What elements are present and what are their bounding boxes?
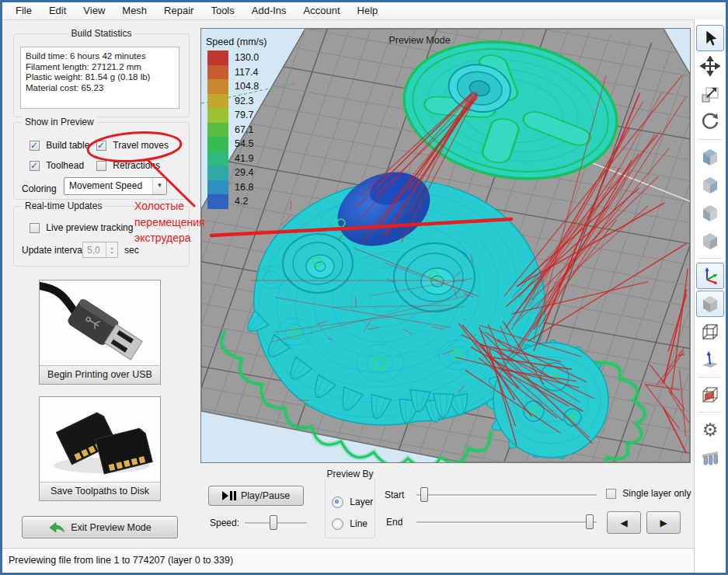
cursor-icon (701, 29, 719, 47)
model-eye-right (394, 243, 475, 312)
menu-view[interactable]: View (75, 2, 113, 19)
legend-swatch (207, 194, 228, 209)
single-layer-checkbox[interactable] (606, 489, 616, 499)
menu-file[interactable]: File (7, 2, 40, 19)
gear-icon: ⚙ (702, 421, 719, 439)
surface-normal-view[interactable] (696, 347, 724, 373)
right-arrow-icon: ▶ (660, 518, 667, 528)
next-layer-button[interactable]: ▶ (646, 511, 681, 534)
checkbox-single-layer[interactable]: Single layer only (606, 488, 691, 500)
model-eye-left (283, 234, 353, 293)
menu-add-ins[interactable]: Add-Ins (243, 2, 295, 19)
select-tool[interactable] (696, 25, 724, 51)
build-table-checkbox[interactable] (30, 141, 40, 151)
radio-layer[interactable]: Layer (332, 497, 373, 509)
toolbar-separator (698, 258, 722, 259)
checkbox-toolhead[interactable]: Toolhead (30, 160, 84, 172)
start-slider-thumb[interactable] (420, 487, 428, 502)
exit-button-label: Exit Preview Mode (71, 522, 152, 533)
save-toolpaths-button[interactable]: Save Toolpaths to Disk (39, 396, 161, 501)
speed-slider-thumb[interactable] (270, 515, 277, 530)
legend-swatch (207, 65, 228, 80)
preview-3d-viewport[interactable]: Preview Mode Speed (mm/s) 130.0 117.4 10… (200, 28, 691, 463)
checkbox-live-preview[interactable]: Live preview tracking (30, 222, 133, 235)
layer-radio[interactable] (332, 497, 343, 508)
legend-value: 117.4 (235, 67, 258, 78)
chevron-down-icon[interactable]: ▼ (152, 178, 166, 194)
realtime-updates-title: Real-time Updates (22, 200, 105, 211)
play-pause-button[interactable]: Play/Pause (208, 486, 304, 506)
checkbox-retractions[interactable]: Retractions (96, 160, 160, 172)
menu-account[interactable]: Account (295, 2, 349, 19)
view-cube-icon (700, 147, 720, 167)
stat-plastic-weight: Plastic weight: 81.54 g (0.18 lb) (26, 72, 174, 83)
legend-swatch (207, 166, 228, 180)
exit-preview-mode-button[interactable]: Exit Preview Mode (22, 516, 178, 538)
layer-label: Layer (350, 497, 373, 507)
update-interval-spinner[interactable]: 5,0 ▲▼ (82, 242, 118, 258)
coordinate-axes-view[interactable] (696, 263, 724, 289)
legend-value: 79.7 (235, 110, 253, 120)
show-in-preview-group: Show in Preview Build table Travel moves… (13, 122, 190, 200)
menu-bar: File Edit View Mesh Repair Tools Add-Ins… (2, 2, 726, 20)
scale-tool[interactable] (696, 81, 724, 107)
coloring-dropdown[interactable]: Movement Speed ▼ (64, 177, 167, 195)
menu-tools[interactable]: Tools (202, 2, 242, 19)
rotate-arrows-icon (700, 112, 720, 132)
end-slider-thumb[interactable] (586, 514, 594, 529)
wireframe-render-mode[interactable] (696, 319, 724, 345)
retractions-label: Retractions (113, 160, 160, 171)
view-preset-cube-2[interactable] (696, 172, 724, 198)
rotate-tool[interactable] (696, 109, 724, 135)
preview-by-title: Preview By (323, 469, 376, 479)
view-preset-cube-1[interactable] (696, 144, 724, 170)
right-toolbar: ⚙ (694, 19, 726, 573)
speed-slider[interactable] (245, 515, 307, 531)
menu-edit[interactable]: Edit (40, 2, 75, 19)
legend-value: 29.4 (235, 167, 253, 178)
spinner-arrows-icon[interactable]: ▲▼ (106, 242, 117, 257)
support-structures-tool[interactable] (696, 444, 724, 471)
solid-render-mode[interactable] (696, 291, 724, 317)
menu-repair[interactable]: Repair (155, 2, 202, 19)
legend-value: 4.2 (235, 196, 248, 207)
begin-printing-usb-button[interactable]: Begin Printing over USB (39, 280, 161, 385)
single-layer-label: Single layer only (622, 488, 691, 499)
legend-value: 130.0 (235, 52, 259, 63)
settings-tool[interactable]: ⚙ (696, 416, 724, 443)
checkbox-travel-moves[interactable]: Travel moves (96, 140, 169, 152)
menu-mesh[interactable]: Mesh (113, 2, 155, 19)
build-statistics-box: Build time: 6 hours 42 minutes Filament … (20, 47, 179, 109)
toolhead-checkbox[interactable] (30, 161, 40, 171)
end-label: End (386, 514, 402, 530)
left-arrow-icon: ◀ (620, 518, 627, 528)
wireframe-cube-icon (700, 322, 720, 342)
legend-value: 67.1 (235, 124, 253, 135)
travel-moves-checkbox[interactable] (96, 141, 106, 151)
cross-section-tool[interactable] (696, 382, 724, 408)
preview-mode-label: Preview Mode (388, 35, 450, 46)
line-radio[interactable] (332, 518, 343, 530)
status-bar: Previewing file from line 1 to 774207 (l… (2, 548, 694, 573)
preview-by-group: Preview By Layer Line (325, 474, 375, 538)
radio-line[interactable]: Line (332, 518, 367, 531)
live-preview-checkbox[interactable] (30, 223, 40, 233)
move-tool[interactable] (696, 53, 724, 79)
checkbox-build-table[interactable]: Build table (30, 140, 89, 152)
previous-layer-button[interactable]: ◀ (607, 511, 641, 534)
retractions-checkbox[interactable] (96, 161, 106, 171)
view-preset-cube-3[interactable] (696, 200, 724, 226)
xyz-axes-icon (700, 266, 720, 286)
start-label: Start (385, 487, 404, 503)
line-label: Line (350, 518, 367, 529)
end-slider[interactable] (416, 514, 597, 530)
legend-value: 104.8 (235, 81, 259, 92)
start-slider[interactable] (416, 487, 597, 503)
legend-value: 16.8 (235, 182, 253, 193)
view-preset-cube-4[interactable] (696, 228, 724, 254)
menu-help[interactable]: Help (349, 2, 387, 19)
legend-swatch (207, 123, 228, 138)
normal-arrow-icon (700, 350, 720, 370)
legend-swatch (207, 152, 228, 166)
view-cube-icon (700, 231, 720, 251)
